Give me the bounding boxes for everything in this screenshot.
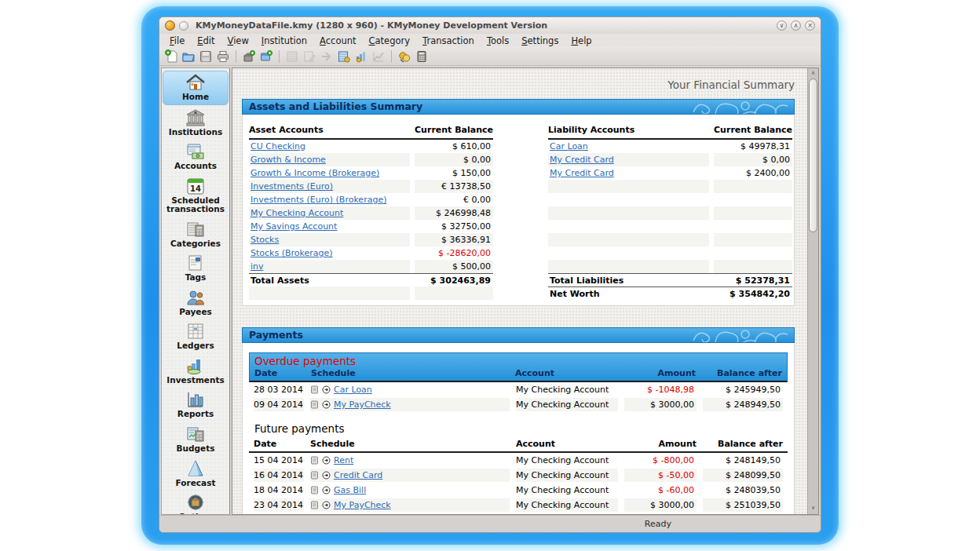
enter-schedule-icon[interactable] (322, 400, 331, 409)
currencies-icon[interactable] (397, 49, 411, 64)
sidebar-item-forecast[interactable]: Forecast (163, 458, 229, 491)
new-account-icon[interactable] (259, 49, 273, 64)
account-link[interactable]: Car Loan (550, 141, 588, 151)
maximize-button[interactable]: ∧ (791, 20, 801, 31)
menu-edit[interactable]: Edit (191, 35, 221, 47)
menu-settings[interactable]: Settings (515, 35, 565, 47)
sidebar-item-categories[interactable]: Categories (163, 218, 229, 251)
schedule-link[interactable]: Rent (334, 454, 353, 467)
menubar: File Edit View Institution Account Categ… (159, 34, 821, 47)
menu-view[interactable]: View (221, 35, 255, 47)
print-icon[interactable] (216, 49, 230, 64)
column-header: Account (516, 439, 618, 449)
window-menu-icon[interactable] (179, 21, 188, 31)
schedule-link[interactable]: Car Loan (334, 383, 372, 396)
attachment-icon (310, 486, 319, 494)
table-row: My Credit Card$ 2400,00 (548, 166, 792, 180)
save-icon[interactable] (199, 49, 213, 64)
account-link[interactable]: Growth & Income (Brokerage) (250, 168, 379, 178)
menu-account[interactable]: Account (313, 35, 362, 47)
payment-schedule-cell: Gas Bill (310, 483, 510, 497)
payment-date: 16 04 2014 (254, 469, 304, 482)
sidebar-item-label: Institutions (163, 128, 229, 137)
account-balance: $ 0,00 (714, 153, 792, 166)
column-header: Current Balance (709, 125, 792, 135)
payment-amount: $ 3000,00 (624, 498, 697, 512)
table-row: inv$ 500,00 (249, 260, 493, 273)
reports-icon (185, 390, 206, 409)
account-link[interactable]: Stocks (250, 235, 279, 245)
account-link[interactable]: Investments (Euro) (Brokerage) (250, 195, 386, 205)
column-header: Balance after (703, 439, 783, 449)
account-link[interactable]: Investments (Euro) (250, 181, 333, 192)
sidebar-item-ledgers[interactable]: Ledgers (163, 320, 229, 353)
column-header: Asset Accounts (249, 125, 410, 135)
account-link[interactable]: My Credit Card (550, 168, 614, 178)
menu-transaction[interactable]: Transaction (416, 35, 481, 47)
payment-date: 18 04 2014 (254, 483, 304, 497)
main-area: Home Institutions Accounts 14 Scheduled … (159, 66, 821, 515)
sidebar-item-home[interactable]: Home (163, 71, 229, 105)
menu-category[interactable]: Category (363, 35, 417, 47)
attachment-icon (310, 471, 319, 480)
enter-schedule-icon[interactable] (322, 486, 331, 494)
sidebar-item-accounts[interactable]: Accounts (163, 140, 229, 173)
sidebar-item-investments[interactable]: Investments (163, 355, 229, 388)
new-file-icon[interactable] (164, 49, 178, 64)
enter-schedule-icon[interactable] (322, 456, 331, 465)
sidebar-item-reports[interactable]: Reports (163, 389, 229, 421)
minimize-button[interactable]: ∨ (777, 20, 787, 31)
calculator-icon[interactable] (415, 49, 429, 64)
toolbar-separator (236, 50, 236, 63)
vertical-scrollbar[interactable]: ∧ ∨ (807, 68, 818, 514)
svg-text:14: 14 (190, 184, 201, 193)
overdue-payments-title: Overdue payments (254, 355, 782, 367)
bank-icon (185, 108, 206, 127)
sidebar-item-label: Reports (163, 410, 229, 419)
sidebar-item-budgets[interactable]: Budgets (163, 423, 229, 456)
schedule-link[interactable]: Credit Card (334, 469, 382, 482)
sidebar-item-scheduled[interactable]: 14 Scheduled transactions (163, 175, 229, 217)
scroll-up-icon[interactable]: ∧ (808, 68, 818, 78)
menu-institution[interactable]: Institution (255, 35, 313, 47)
sidebar-item-tags[interactable]: Tags (163, 252, 229, 285)
sidebar-item-outbox[interactable]: Outbox (163, 491, 229, 515)
payment-amount: $ -1048,98 (624, 513, 697, 515)
payment-balance: $ 248099,50 (703, 469, 783, 482)
account-link[interactable]: Growth & Income (250, 155, 326, 165)
account-link[interactable]: My Credit Card (550, 155, 614, 165)
schedule-link[interactable]: My PayCheck (334, 398, 391, 411)
account-link[interactable]: My Savings Account (250, 221, 337, 232)
payment-account: My Checking Account (516, 469, 618, 482)
tags-icon (185, 254, 206, 272)
column-header: Amount (624, 439, 697, 449)
ledgers-view-icon[interactable] (337, 49, 351, 64)
page-title: Your Financial Summary (242, 78, 795, 91)
schedule-link[interactable]: Gas Bill (334, 483, 366, 497)
sidebar-item-institutions[interactable]: Institutions (163, 107, 229, 140)
scroll-down-icon[interactable]: ∨ (808, 503, 818, 513)
enter-schedule-icon[interactable] (322, 471, 331, 480)
account-link[interactable]: Stocks (Brokerage) (250, 248, 333, 258)
schedule-link[interactable]: My PayCheck (334, 498, 391, 512)
titlebar[interactable]: KMyMoneyDataFile.kmy (1280 x 960) - KMyM… (159, 17, 821, 34)
account-link[interactable]: inv (250, 261, 264, 272)
payments-header: Payments (242, 327, 795, 343)
close-button[interactable]: × (805, 20, 815, 31)
new-institution-icon[interactable] (242, 49, 256, 64)
account-link[interactable]: My Checking Account (250, 208, 343, 218)
sidebar-item-payees[interactable]: Payees (163, 286, 229, 319)
sidebar: Home Institutions Accounts 14 Scheduled … (161, 68, 230, 515)
open-file-icon[interactable] (181, 49, 196, 64)
menu-help[interactable]: Help (565, 35, 598, 47)
menu-tools[interactable]: Tools (481, 35, 515, 47)
enter-schedule-icon[interactable] (322, 501, 331, 509)
enter-schedule-icon[interactable] (322, 385, 331, 394)
account-link[interactable]: CU Checking (250, 141, 305, 151)
toolbar (159, 47, 821, 66)
menu-file[interactable]: File (163, 35, 191, 47)
schedule-link[interactable]: Car Loan (334, 513, 372, 515)
scrollbar-thumb[interactable] (809, 78, 817, 232)
investments-view-icon[interactable] (354, 49, 368, 64)
future-payments-title: Future payments (249, 422, 788, 435)
